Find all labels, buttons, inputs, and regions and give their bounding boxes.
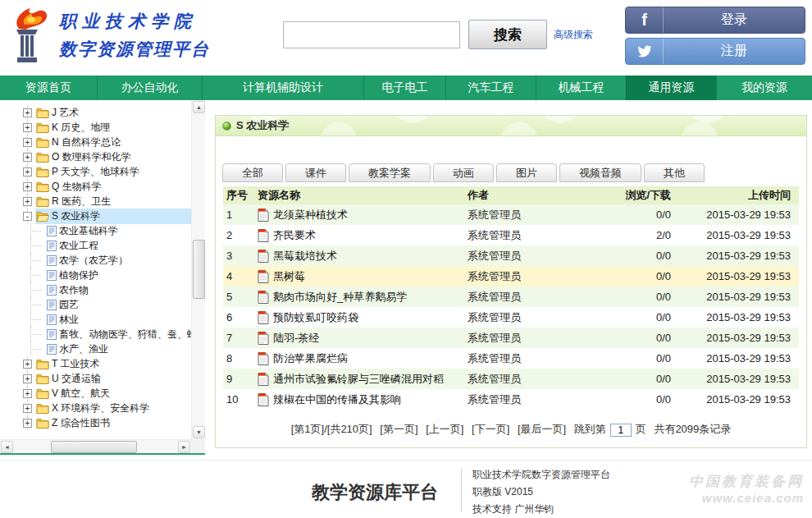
tree-item: - S 农业科学 [0, 209, 191, 223]
tree-expander-icon[interactable]: + [23, 138, 32, 147]
tree-item-label[interactable]: 林业 [59, 313, 79, 327]
tree-expander-icon[interactable]: + [23, 404, 32, 413]
filter-tab-2[interactable]: 教案学案 [349, 163, 431, 182]
folder-icon [36, 374, 49, 384]
column-header-0: 序号 [223, 186, 254, 204]
filter-tab-0[interactable]: 全部 [222, 163, 283, 182]
resource-link[interactable]: 辣椒在中国的传播及其影响 [273, 392, 401, 407]
tree-item-label[interactable]: X 环境科学、安全科学 [52, 401, 149, 415]
scroll-left-icon[interactable]: ◄ [1, 441, 13, 453]
tree-item-label[interactable]: V 航空、航天 [52, 387, 110, 401]
tree-expander-icon[interactable]: + [23, 389, 32, 398]
auth-buttons: f 登录 注册 [625, 7, 805, 65]
tree-item-label[interactable]: N 自然科学总论 [52, 135, 121, 149]
tree-item-label[interactable]: Q 生物科学 [52, 180, 102, 194]
resource-link[interactable]: 黑树莓 [273, 269, 305, 284]
horizontal-scroll-thumb[interactable] [51, 441, 137, 453]
tree-horizontal-scrollbar[interactable]: ◄ ► [0, 439, 191, 453]
facebook-icon: f [626, 7, 664, 33]
nav-item-7[interactable]: 我的资源 [716, 76, 812, 100]
tree-item-label[interactable]: 植物保护 [59, 268, 98, 282]
filter-tab-5[interactable]: 视频音频 [559, 163, 641, 182]
nav-item-1[interactable]: 办公自动化 [97, 76, 202, 100]
tree-item-label[interactable]: R 医药、卫生 [52, 195, 111, 209]
tree-item-label[interactable]: 水产、渔业 [59, 342, 108, 356]
vertical-scroll-thumb[interactable] [193, 240, 205, 299]
scroll-up-icon[interactable]: ▲ [193, 101, 205, 113]
scroll-down-icon[interactable]: ▼ [193, 426, 205, 438]
resource-time: 2015-03-29 19:53 [679, 369, 799, 389]
category-tree: + J 艺术 + K 历史、地理 + N 自然科学总论 + O 数理科学和化学 … [0, 100, 191, 439]
tree-vertical-scrollbar[interactable]: ▲ ▼ [191, 100, 205, 439]
scroll-right-icon[interactable]: ► [178, 441, 190, 453]
nav-item-label: 我的资源 [741, 80, 787, 95]
filter-tab-1[interactable]: 课件 [285, 163, 346, 182]
tree-item-label[interactable]: U 交通运输 [52, 372, 101, 386]
tree-item-label[interactable]: 农学（农艺学） [59, 254, 128, 268]
resource-link[interactable]: 防治苹果腐烂病 [273, 351, 348, 366]
tree-item-label[interactable]: Z 综合性图书 [52, 416, 110, 430]
tree-expander-icon[interactable]: + [23, 360, 32, 369]
search-button[interactable]: 搜索 [468, 20, 547, 49]
resource-author: 系统管理员 [464, 348, 604, 369]
tree-item-label[interactable]: 农作物 [59, 283, 89, 297]
resource-author: 系统管理员 [464, 369, 604, 389]
login-button[interactable]: f 登录 [625, 7, 805, 34]
tree-expander-icon[interactable]: + [23, 123, 32, 132]
advanced-search-link[interactable]: 高级搜索 [554, 28, 593, 42]
last-page-link[interactable]: [最后一页] [518, 423, 566, 435]
tree-expander-icon[interactable]: + [23, 108, 32, 117]
nav-item-label: 通用资源 [649, 80, 695, 95]
resource-link[interactable]: 齐民要术 [273, 228, 316, 243]
nav-item-2[interactable]: 计算机辅助设计 [202, 76, 363, 100]
tree-expander-icon[interactable]: + [23, 153, 32, 162]
folder-icon [36, 108, 49, 118]
nav-item-label: 机械工程 [559, 80, 604, 95]
prev-page-link[interactable]: [上一页] [426, 423, 463, 435]
filter-tab-4[interactable]: 图片 [496, 163, 557, 182]
nav-item-3[interactable]: 电子电工 [363, 76, 445, 100]
resource-link[interactable]: 黑莓栽培技术 [273, 249, 337, 264]
resource-link[interactable]: 预防蚊虱叮咬药袋 [273, 310, 358, 325]
tree-expander-icon[interactable]: + [23, 197, 32, 206]
category-title: S 农业科学 [236, 118, 289, 133]
tree-item-label[interactable]: O 数理科学和化学 [52, 150, 131, 164]
resource-link[interactable]: 陆羽-茶经 [273, 331, 319, 346]
tree-item-label[interactable]: K 历史、地理 [52, 121, 110, 135]
nav-item-label: 资源首页 [25, 80, 71, 95]
resource-link[interactable]: 龙须菜种植技术 [273, 208, 348, 222]
tree-item-label[interactable]: S 农业科学 [52, 209, 100, 223]
next-page-link[interactable]: [下一页] [472, 423, 509, 435]
tree-expander-icon[interactable]: + [23, 374, 32, 383]
tree-expander-icon[interactable]: + [23, 419, 32, 428]
filter-tab-3[interactable]: 动画 [433, 163, 494, 182]
nav-item-5[interactable]: 机械工程 [536, 76, 626, 100]
tree-item-label[interactable]: T 工业技术 [52, 357, 99, 371]
pdf-file-icon [258, 209, 269, 222]
tree-item: + J 艺术 [0, 105, 191, 120]
first-page-link[interactable]: [第一页] [380, 423, 417, 435]
resource-views: 0/0 [604, 204, 679, 225]
nav-item-6[interactable]: 通用资源 [626, 76, 716, 100]
tree-item-label[interactable]: 农业工程 [59, 239, 98, 253]
register-button[interactable]: 注册 [625, 38, 805, 65]
resource-link[interactable]: 鹅肉市场向好_种草养鹅易学 [273, 290, 407, 305]
jump-page-input[interactable] [610, 424, 632, 437]
tree-item-label[interactable]: P 天文学、地球科学 [52, 165, 139, 179]
tree-item-label[interactable]: J 艺术 [52, 106, 79, 120]
folder-icon [36, 359, 49, 369]
tree-expander-icon[interactable]: - [23, 212, 32, 221]
resource-views: 2/0 [604, 225, 679, 245]
document-icon [47, 255, 57, 266]
nav-item-0[interactable]: 资源首页 [0, 76, 97, 100]
tree-expander-icon[interactable]: + [23, 182, 32, 191]
search-input[interactable] [283, 21, 460, 48]
resource-link[interactable]: 通州市试验氟铃脲与三唑磷混用对稻 [273, 372, 444, 387]
row-number: 6 [223, 307, 254, 328]
nav-item-4[interactable]: 汽车工程 [445, 76, 536, 100]
tree-item-label[interactable]: 园艺 [59, 298, 79, 312]
tree-item-label[interactable]: 农业基础科学 [59, 224, 118, 238]
tree-expander-icon[interactable]: + [23, 167, 32, 176]
filter-tab-6[interactable]: 其他 [644, 163, 705, 182]
tree-item-label[interactable]: 畜牧、动物医学、狩猎、蚕、蜂 [59, 328, 191, 342]
